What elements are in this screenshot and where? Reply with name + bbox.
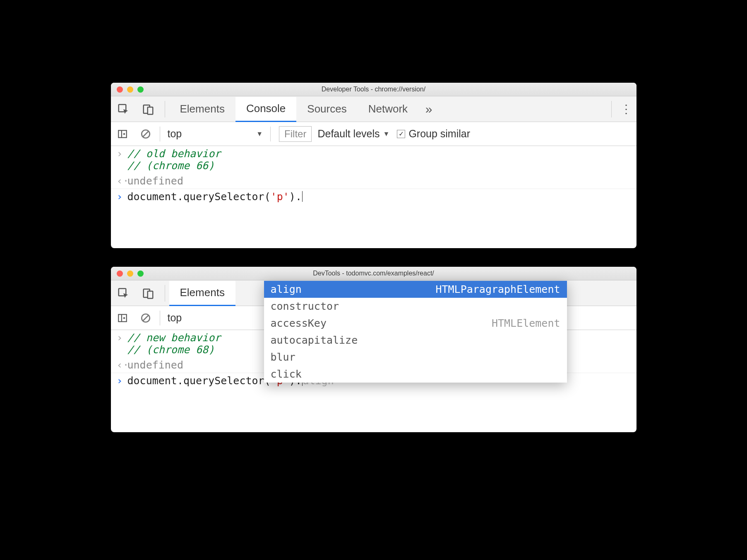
- console-result: undefined: [127, 175, 183, 187]
- chevron-down-icon: ▼: [383, 130, 390, 138]
- console-comment: // (chrome 68): [127, 344, 221, 356]
- clear-console-icon[interactable]: [134, 122, 157, 146]
- chevron-down-icon: ▼: [256, 130, 263, 138]
- autocomplete-item-name: autocapitalize: [271, 334, 358, 346]
- autocomplete-item-source: HTMLElement: [492, 317, 560, 329]
- console-input[interactable]: document.querySelector('p').: [127, 191, 303, 203]
- tab-elements[interactable]: Elements: [169, 281, 235, 306]
- tab-console[interactable]: Console: [235, 97, 296, 122]
- checkbox-icon: ✓: [397, 130, 405, 138]
- autocomplete-item[interactable]: click: [264, 366, 567, 383]
- console-comment: // new behavior: [127, 332, 221, 344]
- maximize-icon[interactable]: [137, 86, 144, 93]
- log-levels-selector[interactable]: Default levels ▼: [317, 128, 389, 140]
- prompt-chevron-icon: ›: [117, 375, 127, 387]
- sidebar-toggle-icon[interactable]: [111, 122, 134, 146]
- window-title: Developer Tools - chrome://version/: [111, 86, 637, 93]
- autocomplete-popup: alignHTMLParagraphElementconstructoracce…: [264, 281, 567, 383]
- devtools-tabstrip: Elements Console Sources Network » ⋮: [111, 96, 637, 122]
- devtools-window-old: Developer Tools - chrome://version/ Elem…: [111, 83, 637, 248]
- autocomplete-item[interactable]: accessKeyHTMLElement: [264, 315, 567, 332]
- titlebar: Developer Tools - chrome://version/: [111, 83, 637, 96]
- levels-label: Default levels: [317, 128, 380, 140]
- device-toggle-icon[interactable]: [136, 280, 161, 306]
- maximize-icon[interactable]: [137, 270, 144, 277]
- context-selector[interactable]: top: [163, 312, 187, 324]
- device-toggle-icon[interactable]: [136, 96, 161, 122]
- inspect-icon[interactable]: [111, 280, 136, 306]
- sidebar-toggle-icon[interactable]: [111, 306, 134, 330]
- titlebar: DevTools - todomvc.com/examples/react/: [111, 267, 637, 280]
- svg-rect-7: [147, 291, 153, 299]
- group-similar-label: Group similar: [408, 128, 470, 140]
- tab-sources[interactable]: Sources: [296, 96, 357, 122]
- tabs-overflow-icon[interactable]: »: [418, 102, 439, 116]
- tab-elements[interactable]: Elements: [169, 96, 235, 122]
- input-chevron-icon: ›: [117, 332, 127, 344]
- input-chevron-icon: ›: [117, 148, 127, 160]
- svg-rect-2: [147, 107, 153, 115]
- inspect-icon[interactable]: [111, 96, 136, 122]
- autocomplete-item-name: constructor: [271, 300, 339, 312]
- autocomplete-item-name: align: [271, 283, 302, 295]
- minimize-icon[interactable]: [127, 86, 133, 93]
- devtools-window-new: DevTools - todomvc.com/examples/react/ E…: [111, 267, 637, 432]
- close-icon[interactable]: [117, 86, 123, 93]
- prompt-chevron-icon: ›: [117, 191, 127, 203]
- group-similar-checkbox[interactable]: ✓ Group similar: [397, 128, 470, 140]
- tab-network[interactable]: Network: [358, 96, 418, 122]
- filter-input[interactable]: Filter: [279, 126, 312, 142]
- window-title: DevTools - todomvc.com/examples/react/: [111, 270, 637, 277]
- context-label: top: [168, 128, 182, 140]
- console-comment: // old behavior: [127, 148, 221, 160]
- console-comment: // (chrome 66): [127, 160, 221, 172]
- autocomplete-item[interactable]: alignHTMLParagraphElement: [264, 281, 567, 298]
- context-selector[interactable]: top ▼: [163, 128, 268, 140]
- settings-menu-icon[interactable]: ⋮: [616, 102, 637, 116]
- autocomplete-item[interactable]: blur: [264, 349, 567, 366]
- svg-rect-8: [118, 314, 127, 321]
- svg-rect-3: [118, 130, 127, 137]
- context-label: top: [168, 312, 182, 324]
- autocomplete-item-source: HTMLParagraphElement: [435, 283, 560, 295]
- console-toolbar: top ▼ Filter Default levels ▼ ✓ Group si…: [111, 122, 637, 146]
- minimize-icon[interactable]: [127, 270, 133, 277]
- close-icon[interactable]: [117, 270, 123, 277]
- autocomplete-item-name: accessKey: [271, 317, 327, 329]
- clear-console-icon[interactable]: [134, 306, 157, 330]
- autocomplete-item-name: click: [271, 368, 302, 380]
- autocomplete-item[interactable]: autocapitalize: [264, 332, 567, 349]
- text-cursor: [302, 191, 303, 202]
- autocomplete-item[interactable]: constructor: [264, 298, 567, 315]
- output-chevron-icon: ‹·: [117, 359, 127, 371]
- output-chevron-icon: ‹·: [117, 175, 127, 187]
- console-output: › // old behavior // (chrome 66) ‹· unde…: [111, 146, 637, 204]
- autocomplete-item-name: blur: [271, 351, 295, 363]
- console-result: undefined: [127, 359, 183, 371]
